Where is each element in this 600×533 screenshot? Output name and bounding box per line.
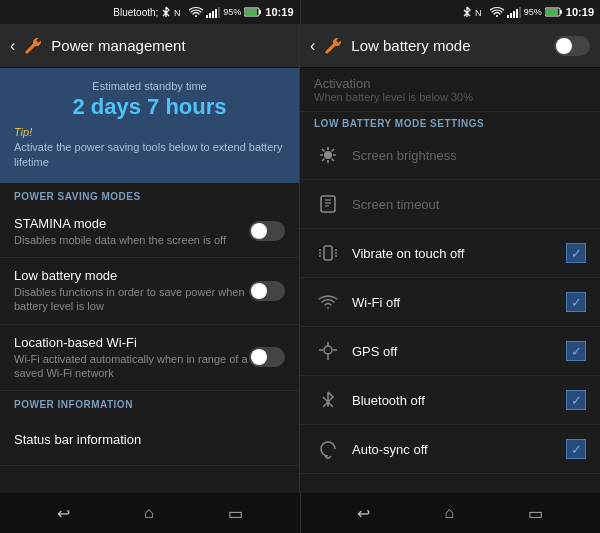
wifi-status-icon <box>189 6 203 18</box>
svg-line-23 <box>322 149 325 152</box>
right-panel-title: Low battery mode <box>351 37 470 54</box>
activation-subtitle: When battery level is below 30% <box>314 91 586 103</box>
location-wifi-toggle[interactable] <box>249 347 285 367</box>
auto-sync-item[interactable]: Auto-sync off <box>300 425 600 474</box>
svg-rect-2 <box>209 13 211 18</box>
battery-icon-right <box>545 7 563 17</box>
bluetooth-icon-right <box>462 6 472 18</box>
activation-section: Activation When battery level is below 3… <box>300 68 600 112</box>
nfc-icon: N <box>174 6 186 18</box>
svg-rect-7 <box>259 10 261 14</box>
right-recents-nav-button[interactable]: ▭ <box>528 504 543 523</box>
stamina-mode-item[interactable]: STAMINA mode Disables mobile data when t… <box>0 206 299 258</box>
gps-off-checkbox[interactable] <box>566 341 586 361</box>
battery-percent-left: 95% <box>223 7 241 17</box>
right-back-nav-button[interactable]: ↩ <box>357 504 370 523</box>
left-back-button[interactable]: ‹ <box>10 37 15 55</box>
screen-brightness-item[interactable]: Screen brightness <box>300 131 600 180</box>
activation-title: Activation <box>314 76 586 91</box>
battery-percent-right: 95% <box>524 7 542 17</box>
right-panel-header: ‹ Low battery mode <box>300 24 600 68</box>
wifi-status-icon-right <box>490 6 504 18</box>
bluetooth-status-icon: Bluetooth; <box>113 7 158 18</box>
right-home-nav-button[interactable]: ⌂ <box>444 504 454 522</box>
auto-sync-checkbox[interactable] <box>566 439 586 459</box>
screen-timeout-item[interactable]: Screen timeout <box>300 180 600 229</box>
right-status-icons: N 95% 10:19 <box>462 6 594 18</box>
svg-rect-4 <box>215 9 217 18</box>
left-status-icons: Bluetooth; N 95% <box>113 6 293 18</box>
low-battery-mode-header-toggle[interactable] <box>554 36 590 56</box>
right-panel: ‹ Low battery mode Activation When batte… <box>300 24 600 493</box>
left-back-nav-button[interactable]: ↩ <box>57 504 70 523</box>
location-wifi-text: Location-based Wi-Fi Wi-Fi activated aut… <box>14 335 249 381</box>
left-home-nav-button[interactable]: ⌂ <box>144 504 154 522</box>
gps-icon <box>314 337 342 365</box>
svg-rect-5 <box>218 7 220 18</box>
wrench-icon-right <box>323 36 343 56</box>
low-battery-mode-text: Low battery mode Disables functions in o… <box>14 268 249 314</box>
svg-rect-10 <box>507 15 509 18</box>
bluetooth-off-icon <box>314 386 342 414</box>
tip-text: Activate the power saving tools below to… <box>14 140 285 171</box>
left-panel-title: Power management <box>51 37 185 54</box>
time-right: 10:19 <box>566 6 594 18</box>
location-wifi-subtitle: Wi-Fi activated automatically when in ra… <box>14 352 249 381</box>
wrench-icon <box>23 36 43 56</box>
left-recents-nav-button[interactable]: ▭ <box>228 504 243 523</box>
low-battery-mode-item[interactable]: Low battery mode Disables functions in o… <box>0 258 299 325</box>
auto-sync-label: Auto-sync off <box>352 442 566 457</box>
low-battery-mode-toggle[interactable] <box>249 281 285 301</box>
standby-box: Estimated standby time 2 days 7 hours Ti… <box>0 68 299 183</box>
vibrate-touch-item[interactable]: Vibrate on touch off <box>300 229 600 278</box>
stamina-mode-subtitle: Disables mobile data when the screen is … <box>14 233 249 247</box>
battery-icon-left <box>244 7 262 17</box>
left-status-bar: Bluetooth; N 95% <box>0 0 300 24</box>
standby-time: 2 days 7 hours <box>14 94 285 120</box>
wifi-off-label: Wi-Fi off <box>352 295 566 310</box>
location-wifi-item[interactable]: Location-based Wi-Fi Wi-Fi activated aut… <box>0 325 299 392</box>
vibrate-touch-label: Vibrate on touch off <box>352 246 566 261</box>
stamina-mode-title: STAMINA mode <box>14 216 249 231</box>
status-bar-info-text: Status bar information <box>14 432 285 447</box>
svg-rect-13 <box>516 9 518 18</box>
svg-line-26 <box>322 159 325 162</box>
location-wifi-title: Location-based Wi-Fi <box>14 335 249 350</box>
gps-off-item[interactable]: GPS off <box>300 327 600 376</box>
svg-rect-1 <box>206 15 208 18</box>
wifi-off-checkbox[interactable] <box>566 292 586 312</box>
screen-brightness-label: Screen brightness <box>352 148 586 163</box>
svg-line-25 <box>332 149 335 152</box>
status-bar: Bluetooth; N 95% <box>0 0 600 24</box>
bluetooth-off-label: Bluetooth off <box>352 393 566 408</box>
right-back-button[interactable]: ‹ <box>310 37 315 55</box>
signal-icon-right <box>507 6 521 18</box>
standby-label: Estimated standby time <box>14 80 285 92</box>
svg-text:N: N <box>174 8 181 18</box>
svg-rect-8 <box>245 9 257 15</box>
timeout-icon <box>314 190 342 218</box>
sync-icon <box>314 435 342 463</box>
tip-label: Tip! <box>14 126 285 138</box>
right-status-bar: N 95% 10:19 <box>301 0 601 24</box>
low-battery-mode-subtitle: Disables functions in order to save powe… <box>14 285 249 314</box>
main-panels: ‹ Power management Estimated standby tim… <box>0 24 600 493</box>
left-panel: ‹ Power management Estimated standby tim… <box>0 24 300 493</box>
bluetooth-off-checkbox[interactable] <box>566 390 586 410</box>
bluetooth-off-item[interactable]: Bluetooth off <box>300 376 600 425</box>
stamina-mode-toggle[interactable] <box>249 221 285 241</box>
status-bar-info-item[interactable]: Status bar information <box>0 414 299 466</box>
svg-point-18 <box>324 151 332 159</box>
svg-rect-31 <box>324 246 332 260</box>
svg-rect-16 <box>560 10 562 14</box>
nav-bar: ↩ ⌂ ▭ ↩ ⌂ ▭ <box>0 493 600 533</box>
stamina-mode-text: STAMINA mode Disables mobile data when t… <box>14 216 249 247</box>
right-nav-bar: ↩ ⌂ ▭ <box>301 493 601 533</box>
nfc-icon-right: N <box>475 6 487 18</box>
vibrate-touch-checkbox[interactable] <box>566 243 586 263</box>
svg-rect-14 <box>519 7 521 18</box>
power-info-section-header: POWER INFORMATION <box>0 391 299 414</box>
low-battery-settings-header: LOW BATTERY MODE SETTINGS <box>300 112 600 131</box>
wifi-off-item[interactable]: Wi-Fi off <box>300 278 600 327</box>
status-bar-info-title: Status bar information <box>14 432 285 447</box>
